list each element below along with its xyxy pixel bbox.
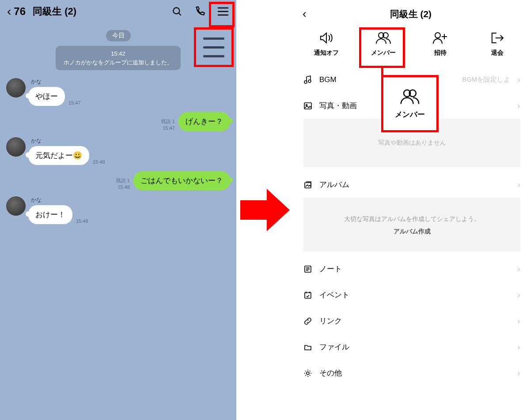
settings-header: ‹ 同級生 (2) (294, 0, 530, 29)
svg-rect-13 (304, 103, 311, 109)
call-icon[interactable] (194, 5, 206, 18)
row-other[interactable]: その他 › (294, 360, 530, 386)
album-create-cta[interactable]: アルバム作成 (312, 228, 511, 236)
chat-header: ‹ 76 同級生 (2) (0, 0, 236, 25)
music-icon (303, 75, 312, 84)
action-invite[interactable]: 招待 (416, 31, 465, 57)
chat-screen: ‹ 76 同級生 (2) 今日 15:42 ホノカがかなをグループに追加しました… (0, 0, 236, 420)
chevron-right-icon: › (517, 75, 520, 85)
settings-title: 同級生 (2) (307, 8, 515, 20)
system-text: ホノカがかなをグループに追加しました。 (64, 58, 173, 67)
svg-point-11 (308, 80, 311, 82)
arrow-container (236, 0, 294, 420)
chevron-right-icon: › (517, 264, 520, 274)
folder-icon (303, 343, 312, 352)
album-empty[interactable]: 大切な写真はアルバムを作成してシェアしよう。 アルバム作成 (303, 198, 520, 251)
row-album[interactable]: アルバム › (294, 172, 530, 198)
svg-rect-20 (305, 292, 311, 298)
svg-line-1 (178, 13, 181, 15)
highlight-menu-icon (209, 2, 235, 27)
svg-point-0 (173, 8, 179, 14)
message-time: 15:48 (93, 159, 105, 165)
link-icon (303, 317, 312, 326)
message-meta: 既読 1 15:48 (116, 177, 130, 190)
message-bubble[interactable]: やほー (28, 87, 65, 106)
highlight-menu-enlarged (194, 27, 234, 67)
settings-screen: ‹ 同級生 (2) 通知オフ メンバー 招待 退会 BGM BGMを設定しよ ›… (294, 0, 530, 420)
photo-icon (303, 101, 312, 110)
message-time: 15:47 (68, 100, 81, 106)
action-mute[interactable]: 通知オフ (302, 31, 351, 57)
gear-icon (303, 369, 312, 378)
row-note[interactable]: ノート › (294, 256, 530, 282)
message-bubble[interactable]: ごはんでもいかないー？ (133, 171, 230, 190)
chevron-right-icon: › (517, 180, 520, 190)
svg-point-7 (435, 33, 440, 38)
message-row: 既読 1 15:47 げんきー？ (0, 112, 236, 137)
message-row: 既読 1 15:48 ごはんでもいかないー？ (0, 171, 236, 196)
back-icon[interactable]: ‹ (7, 4, 11, 19)
avatar[interactable] (6, 196, 26, 216)
sender-name: かな (31, 78, 81, 86)
message-bubble[interactable]: 元気だよー😀 (28, 146, 89, 165)
highlight-members-callout: メンバー (381, 75, 439, 132)
system-message: 15:42 ホノカがかなをグループに追加しました。 (56, 46, 181, 70)
message-bubble[interactable]: おけー！ (28, 205, 72, 224)
avatar[interactable] (6, 137, 26, 157)
message-row: かな おけー！ 15:48 (0, 196, 236, 230)
search-icon[interactable] (171, 5, 183, 18)
arrow-icon (240, 189, 290, 231)
row-event[interactable]: イベント › (294, 282, 530, 308)
sender-name: かな (31, 196, 88, 204)
message-meta: 既読 1 15:47 (161, 118, 175, 131)
highlight-members-action (359, 27, 405, 68)
sender-name: かな (31, 137, 105, 145)
unread-count[interactable]: 76 (14, 5, 26, 18)
row-link[interactable]: リンク › (294, 308, 530, 334)
chevron-right-icon: › (517, 368, 520, 378)
system-time: 15:42 (64, 49, 173, 58)
back-icon[interactable]: ‹ (303, 7, 307, 21)
chevron-right-icon: › (517, 316, 520, 326)
message-row: かな 元気だよー😀 15:48 (0, 137, 236, 171)
chevron-right-icon: › (517, 342, 520, 352)
album-icon (303, 180, 312, 189)
message-row: かな やほー 15:47 (0, 78, 236, 112)
date-pill: 今日 (106, 30, 131, 41)
action-leave[interactable]: 退会 (473, 31, 522, 57)
svg-point-23 (307, 372, 309, 375)
members-icon (399, 88, 420, 105)
note-icon (303, 265, 312, 274)
event-icon (303, 291, 312, 300)
row-file[interactable]: ファイル › (294, 334, 530, 360)
chat-title: 同級生 (2) (33, 5, 76, 18)
message-time: 15:48 (76, 218, 88, 224)
bgm-hint: BGMを設定しよ (462, 75, 510, 84)
message-bubble[interactable]: げんきー？ (178, 112, 230, 131)
avatar[interactable] (6, 78, 26, 98)
action-row: 通知オフ メンバー 招待 退会 (294, 29, 530, 67)
chevron-right-icon: › (517, 290, 520, 300)
chevron-right-icon: › (517, 101, 520, 111)
